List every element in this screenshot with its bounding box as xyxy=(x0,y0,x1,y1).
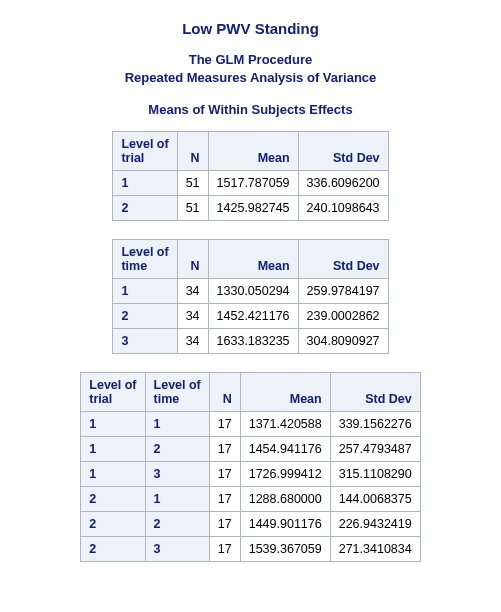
cell-n: 17 xyxy=(209,537,240,562)
cell-n: 17 xyxy=(209,412,240,437)
means-trial-time-table: Level oftrial Level oftime N Mean Std De… xyxy=(80,372,420,562)
cell-trial: 2 xyxy=(81,537,145,562)
cell-mean: 1726.999412 xyxy=(240,462,330,487)
cell-mean: 1633.183235 xyxy=(208,329,298,354)
cell-mean: 1539.367059 xyxy=(240,537,330,562)
cell-mean: 1371.420588 xyxy=(240,412,330,437)
cell-time: 2 xyxy=(145,512,209,537)
table-row: 2 2 17 1449.901176 226.9432419 xyxy=(81,512,420,537)
procedure-name: The GLM Procedure xyxy=(20,51,481,69)
table-row: 2 51 1425.982745 240.1098643 xyxy=(113,196,388,221)
page-title: Low PWV Standing xyxy=(20,20,481,37)
cell-trial: 1 xyxy=(81,437,145,462)
cell-trial: 2 xyxy=(81,512,145,537)
cell-time: 3 xyxy=(145,462,209,487)
cell-time: 2 xyxy=(145,437,209,462)
cell-time: 3 xyxy=(145,537,209,562)
table-row: 1 3 17 1726.999412 315.1108290 xyxy=(81,462,420,487)
table-header-row: Level oftrial N Mean Std Dev xyxy=(113,132,388,171)
cell-mean: 1517.787059 xyxy=(208,171,298,196)
cell-time: 3 xyxy=(113,329,177,354)
analysis-name: Repeated Measures Analysis of Variance xyxy=(20,69,481,87)
cell-mean: 1330.050294 xyxy=(208,279,298,304)
cell-trial: 1 xyxy=(81,462,145,487)
table-header-row: Level oftrial Level oftime N Mean Std De… xyxy=(81,373,420,412)
cell-trial: 2 xyxy=(113,196,177,221)
table-row: 2 34 1452.421176 239.0002862 xyxy=(113,304,388,329)
means-trial-table: Level oftrial N Mean Std Dev 1 51 1517.7… xyxy=(112,131,388,221)
col-level-trial: Level oftrial xyxy=(81,373,145,412)
cell-std: 257.4793487 xyxy=(330,437,420,462)
cell-std: 259.9784197 xyxy=(298,279,388,304)
cell-std: 304.8090927 xyxy=(298,329,388,354)
cell-std: 271.3410834 xyxy=(330,537,420,562)
col-n: N xyxy=(209,373,240,412)
cell-std: 315.1108290 xyxy=(330,462,420,487)
cell-n: 51 xyxy=(177,171,208,196)
col-std: Std Dev xyxy=(330,373,420,412)
cell-time: 1 xyxy=(113,279,177,304)
table-row: 1 1 17 1371.420588 339.1562276 xyxy=(81,412,420,437)
cell-n: 17 xyxy=(209,437,240,462)
cell-n: 34 xyxy=(177,304,208,329)
cell-mean: 1425.982745 xyxy=(208,196,298,221)
col-std: Std Dev xyxy=(298,240,388,279)
cell-mean: 1452.421176 xyxy=(208,304,298,329)
cell-std: 240.1098643 xyxy=(298,196,388,221)
col-mean: Mean xyxy=(208,240,298,279)
cell-mean: 1449.901176 xyxy=(240,512,330,537)
table-row: 2 1 17 1288.680000 144.0068375 xyxy=(81,487,420,512)
col-level-trial: Level oftrial xyxy=(113,132,177,171)
col-std: Std Dev xyxy=(298,132,388,171)
cell-n: 17 xyxy=(209,487,240,512)
cell-n: 34 xyxy=(177,329,208,354)
cell-time: 2 xyxy=(113,304,177,329)
col-level-time: Level oftime xyxy=(145,373,209,412)
cell-trial: 1 xyxy=(113,171,177,196)
cell-n: 34 xyxy=(177,279,208,304)
table-header-row: Level oftime N Mean Std Dev xyxy=(113,240,388,279)
cell-time: 1 xyxy=(145,487,209,512)
col-mean: Mean xyxy=(208,132,298,171)
cell-std: 239.0002862 xyxy=(298,304,388,329)
col-mean: Mean xyxy=(240,373,330,412)
cell-std: 339.1562276 xyxy=(330,412,420,437)
cell-std: 336.6096200 xyxy=(298,171,388,196)
table-row: 1 2 17 1454.941176 257.4793487 xyxy=(81,437,420,462)
cell-time: 1 xyxy=(145,412,209,437)
table-row: 1 34 1330.050294 259.9784197 xyxy=(113,279,388,304)
col-n: N xyxy=(177,132,208,171)
col-level-time: Level oftime xyxy=(113,240,177,279)
table-row: 3 34 1633.183235 304.8090927 xyxy=(113,329,388,354)
cell-n: 17 xyxy=(209,462,240,487)
section-heading: Means of Within Subjects Effects xyxy=(20,102,481,117)
cell-trial: 2 xyxy=(81,487,145,512)
cell-std: 144.0068375 xyxy=(330,487,420,512)
cell-trial: 1 xyxy=(81,412,145,437)
table-row: 2 3 17 1539.367059 271.3410834 xyxy=(81,537,420,562)
table-row: 1 51 1517.787059 336.6096200 xyxy=(113,171,388,196)
col-n: N xyxy=(177,240,208,279)
cell-n: 17 xyxy=(209,512,240,537)
cell-std: 226.9432419 xyxy=(330,512,420,537)
cell-n: 51 xyxy=(177,196,208,221)
means-time-table: Level oftime N Mean Std Dev 1 34 1330.05… xyxy=(112,239,388,354)
cell-mean: 1454.941176 xyxy=(240,437,330,462)
cell-mean: 1288.680000 xyxy=(240,487,330,512)
